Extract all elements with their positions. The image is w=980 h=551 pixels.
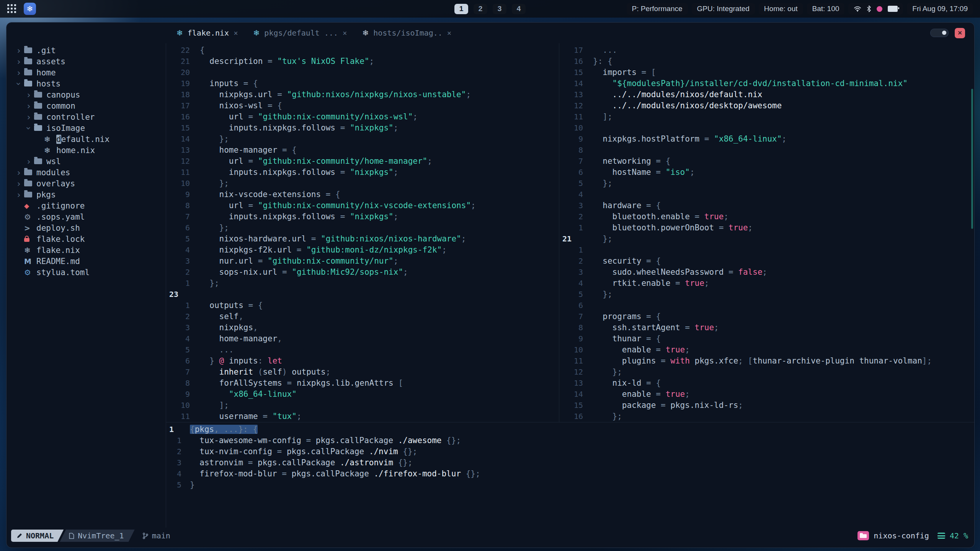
code-line[interactable]: 3 hardware = { (559, 200, 974, 211)
bluetooth-icon[interactable] (867, 5, 871, 12)
status-pill-home[interactable]: Home: out (759, 3, 803, 15)
nixos-logo-icon[interactable]: ❄ (24, 3, 36, 15)
tree-item-home-nix[interactable]: ❄home.nix (7, 145, 166, 156)
code-line[interactable]: 9 thunar = { (559, 333, 974, 344)
code-line[interactable]: 4 rtkit.enable = true; (559, 277, 974, 289)
status-pill-gpu[interactable]: GPU: Integrated (692, 3, 755, 15)
code-line[interactable]: 16}: { (559, 55, 974, 67)
code-line[interactable]: 9 "x86_64-linux" (166, 388, 559, 399)
code-line[interactable]: 19 inputs = { (166, 78, 559, 89)
code-line[interactable]: 11 inputs.nixpkgs.follows = "nixpkgs"; (166, 166, 559, 178)
code-line[interactable]: 5} (166, 479, 974, 490)
status-pill-bat[interactable]: Bat: 100 (807, 3, 845, 15)
code-line[interactable]: 2 sops-nix.url = "github:Mic92/sops-nix"… (166, 266, 559, 277)
window-close-button[interactable]: × (955, 28, 965, 38)
code-line[interactable]: 4 nixpkgs-f2k.url = "github:moni-dz/nixp… (166, 244, 559, 255)
status-pill-p[interactable]: P: Performance (627, 3, 688, 15)
tree-item-modules[interactable]: ›modules (7, 167, 166, 178)
code-line[interactable]: 6 hostName = "iso"; (559, 166, 974, 178)
code-line[interactable]: 5 }; (559, 289, 974, 300)
code-line[interactable]: 11 ]; (559, 111, 974, 122)
code-line[interactable]: 7 inputs.nixpkgs.follows = "nixpkgs"; (166, 211, 559, 222)
tree-item-overlays[interactable]: ›overlays (7, 178, 166, 189)
tree-item-canopus[interactable]: ›canopus (7, 89, 166, 100)
code-line[interactable]: 7 programs = { (559, 311, 974, 322)
tree-item-default-nix[interactable]: ❄default.nix (7, 134, 166, 145)
code-line[interactable]: 17 ... (559, 44, 974, 55)
code-line[interactable]: 1 tux-awesome-wm-config = pkgs.callPacka… (166, 435, 974, 446)
tab-flake-nix[interactable]: ❄flake.nix× (176, 28, 238, 37)
code-line[interactable]: 22{ (166, 44, 559, 55)
code-line[interactable]: 5 ... (166, 344, 559, 355)
code-line[interactable]: 15 imports = [ (559, 67, 974, 78)
code-line[interactable]: 3 nur.url = "github:nix-community/nur"; (166, 255, 559, 266)
wifi-icon[interactable] (854, 6, 861, 12)
code-line[interactable]: 6 (559, 300, 974, 311)
code-line[interactable]: 5 }; (559, 178, 974, 189)
code-line[interactable]: 2 tux-nvim-config = pkgs.callPackage ./n… (166, 446, 974, 457)
tree-item-controller[interactable]: ›controller (7, 111, 166, 122)
code-line[interactable]: 13 nix-ld = { (559, 377, 974, 388)
code-line[interactable]: 4 home-manager, (166, 333, 559, 344)
code-line[interactable]: 7 networking = { (559, 155, 974, 166)
tree-item-isoimage[interactable]: ›isoImage (7, 122, 166, 134)
tree-item-flake-lock[interactable]: flake.lock (7, 233, 166, 245)
code-line[interactable]: 2 bluetooth.enable = true; (559, 211, 974, 222)
code-line[interactable]: 6 } @ inputs: let (166, 355, 559, 366)
code-line[interactable]: 1 (559, 244, 974, 255)
tree-item-home[interactable]: ›home (7, 67, 166, 78)
workspace-button-1[interactable]: 1 (454, 4, 468, 14)
code-line[interactable]: 3 sudo.wheelNeedsPassword = false; (559, 266, 974, 277)
workspace-button-2[interactable]: 2 (474, 4, 487, 14)
code-line[interactable]: 20 (166, 67, 559, 78)
scrollbar-thumb[interactable] (971, 89, 973, 229)
code-line[interactable]: 5 nixos-hardware.url = "github:nixos/nix… (166, 233, 559, 244)
code-line[interactable]: 8 (559, 144, 974, 155)
code-line[interactable]: 8 url = "github:nix-community/nix-vscode… (166, 200, 559, 211)
code-line[interactable]: 18 nixpkgs.url = "github:nixos/nixpkgs/n… (166, 89, 559, 100)
code-line[interactable]: 16 }; (559, 411, 974, 422)
tree-item-hosts[interactable]: ›hosts (7, 78, 166, 89)
tree-item-gitignore[interactable]: ◆.gitignore (7, 200, 166, 211)
code-line[interactable]: 1 bluetooth.powerOnBoot = true; (559, 222, 974, 233)
code-line[interactable]: 15 inputs.nixpkgs.follows = "nixpkgs"; (166, 122, 559, 133)
workspace-button-3[interactable]: 3 (493, 4, 506, 14)
tree-item-sops-yaml[interactable]: ⚙.sops.yaml (7, 211, 166, 222)
tree-item-flake-nix[interactable]: ❄flake.nix (7, 245, 166, 256)
code-line[interactable]: 7 inherit (self) outputs; (166, 366, 559, 377)
code-line[interactable]: 9 nixpkgs.hostPlatform = "x86_64-linux"; (559, 133, 974, 144)
tab-close-icon[interactable]: × (447, 29, 451, 37)
code-line[interactable]: 4 (559, 189, 974, 200)
code-line[interactable]: 3 astronvim = pkgs.callPackage ./astronv… (166, 457, 974, 468)
code-line[interactable]: 23 (166, 289, 559, 300)
code-line[interactable]: 1 }; (166, 277, 559, 289)
code-line[interactable]: 21 }; (559, 233, 974, 244)
code-line[interactable]: 17 nixos-wsl = { (166, 100, 559, 111)
code-line[interactable]: 8 forAllSystems = nixpkgs.lib.genAttrs [ (166, 377, 559, 388)
tree-item-git[interactable]: ›.git (7, 45, 166, 56)
code-line[interactable]: 14 "${modulesPath}/installer/cd-dvd/inst… (559, 78, 974, 89)
clock[interactable]: Fri Aug 09, 17:09 (907, 3, 973, 15)
code-line[interactable]: 9 nix-vscode-extensions = { (166, 189, 559, 200)
code-line[interactable]: 13 ../../modules/nixos/default.nix (559, 89, 974, 100)
tree-item-pkgs[interactable]: ›pkgs (7, 189, 166, 200)
code-line[interactable]: 11 plugins = with pkgs.xfce; [thunar-arc… (559, 355, 974, 366)
tree-item-stylua-toml[interactable]: ⚙stylua.toml (7, 267, 166, 278)
tab-close-icon[interactable]: × (343, 29, 347, 37)
tree-item-deploy-sh[interactable]: >deploy.sh (7, 222, 166, 233)
tree-item-assets[interactable]: ›assets (7, 56, 166, 67)
code-line[interactable]: 12 url = "github:nix-community/home-mana… (166, 155, 559, 166)
tree-item-wsl[interactable]: ›wsl (7, 156, 166, 167)
tab-close-icon[interactable]: × (234, 29, 238, 37)
code-line[interactable]: 10 enable = true; (559, 344, 974, 355)
code-line[interactable]: 10 (559, 122, 974, 133)
tab-pkgs-default[interactable]: ❄pkgs/default ...× (253, 28, 347, 37)
code-line[interactable]: 4 firefox-mod-blur = pkgs.callPackage ./… (166, 468, 974, 479)
code-line[interactable]: 10 ]; (166, 399, 559, 411)
toggle-button[interactable] (930, 29, 949, 37)
code-line[interactable]: 21 description = "tux's NixOS Flake"; (166, 55, 559, 67)
code-line[interactable]: 13 home-manager = { (166, 144, 559, 155)
code-line[interactable]: 14 }; (166, 133, 559, 144)
code-line[interactable]: 2 security = { (559, 255, 974, 266)
code-line[interactable]: 12 ../../modules/nixos/desktop/awesome (559, 100, 974, 111)
